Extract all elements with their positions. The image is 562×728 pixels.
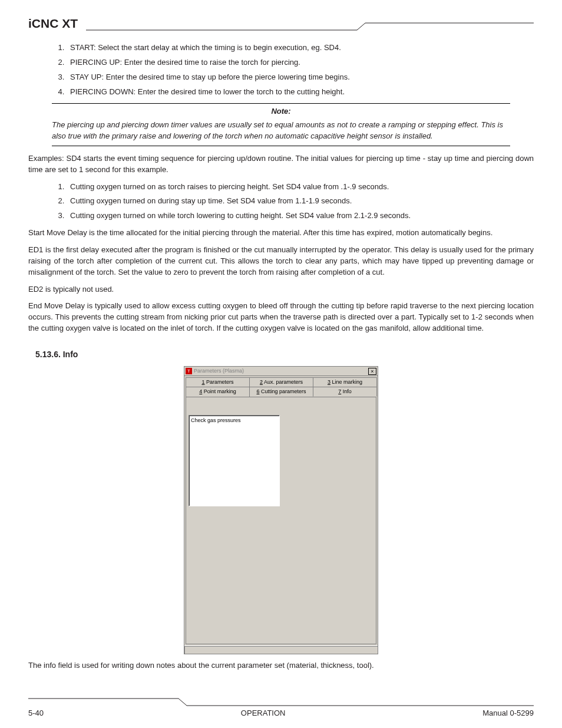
status-bar	[184, 645, 378, 654]
list-item: Cutting oxygen turned on as torch raises…	[67, 182, 534, 193]
tab-line-marking[interactable]: 3 Line marking	[313, 377, 377, 387]
tab-label: Parameters	[206, 379, 234, 385]
list-item: Cutting oxygen turned on during stay up …	[67, 196, 534, 207]
parameters-window: T Parameters (Plasma) × 1 Parameters 2 A…	[184, 366, 378, 654]
tab-cutting-parameters[interactable]: 6 Cutting parameters	[249, 387, 313, 397]
footer-page-number: 5-40	[28, 709, 44, 717]
note-block: Note: The piercing up and piercing down …	[52, 103, 510, 146]
footer-manual: Manual 0-5299	[482, 709, 534, 717]
tab-info[interactable]: 7 Info	[313, 387, 377, 397]
header-rule	[86, 22, 534, 31]
footer-section: OPERATION	[241, 709, 286, 717]
paragraph: Examples: SD4 starts the event timing se…	[28, 153, 534, 176]
page-title: iCNC XT	[28, 17, 86, 31]
paragraph: ED1 is the first delay executed after th…	[28, 245, 534, 278]
tab-label: Line marking	[332, 379, 363, 385]
page-footer: 5-40 OPERATION Manual 0-5299	[28, 698, 534, 717]
tab-row-2: 4 Point marking 6 Cutting parameters 7 I…	[184, 387, 378, 397]
tab-label: Info	[343, 388, 352, 394]
tab-key: 2	[260, 379, 263, 385]
tab-parameters[interactable]: 1 Parameters	[186, 377, 250, 387]
note-label: Note:	[52, 103, 510, 117]
list-item: Cutting oxygen turned on while torch low…	[67, 210, 534, 222]
tab-row-1: 1 Parameters 2 Aux. parameters 3 Line ma…	[184, 376, 378, 387]
tab-label: Cutting parameters	[261, 388, 306, 394]
tab-key: 1	[201, 379, 204, 385]
app-icon: T	[186, 368, 192, 374]
tab-key: 6	[256, 388, 259, 394]
paragraph: Start Move Delay is the time allocated f…	[28, 228, 534, 239]
ordered-list-b: Cutting oxygen turned on as torch raises…	[28, 182, 534, 222]
ordered-list-a: START: Select the start delay at which t…	[28, 42, 534, 97]
tab-label: Aux. parameters	[264, 379, 303, 385]
tab-aux-parameters[interactable]: 2 Aux. parameters	[249, 377, 313, 387]
window-title: Parameters (Plasma)	[194, 367, 368, 375]
section-heading: 5.13.6. Info	[35, 348, 534, 360]
list-item: PIERCING UP: Enter the desired time to r…	[67, 57, 534, 68]
note-body: The piercing up and piercing down timer …	[52, 120, 510, 146]
tab-key: 7	[338, 388, 341, 394]
tab-key: 4	[199, 388, 202, 394]
tab-label: Point marking	[204, 388, 236, 394]
list-item: STAY UP: Enter the desired time to stay …	[67, 72, 534, 83]
figure-caption: The info field is used for writing down …	[28, 660, 534, 671]
window-titlebar: T Parameters (Plasma) ×	[184, 367, 378, 376]
tab-point-marking[interactable]: 4 Point marking	[186, 387, 250, 397]
tab-key: 3	[328, 379, 330, 385]
list-item: PIERCING DOWN: Enter the desired time to…	[67, 87, 534, 98]
close-button[interactable]: ×	[368, 368, 376, 375]
list-item: START: Select the start delay at which t…	[67, 42, 534, 54]
info-textarea[interactable]: Check gas pressures	[189, 415, 280, 506]
paragraph: ED2 is typically not used.	[28, 284, 534, 295]
tab-panel: Check gas pressures	[186, 397, 376, 644]
paragraph: End Move Delay is typically used to allo…	[28, 301, 534, 334]
